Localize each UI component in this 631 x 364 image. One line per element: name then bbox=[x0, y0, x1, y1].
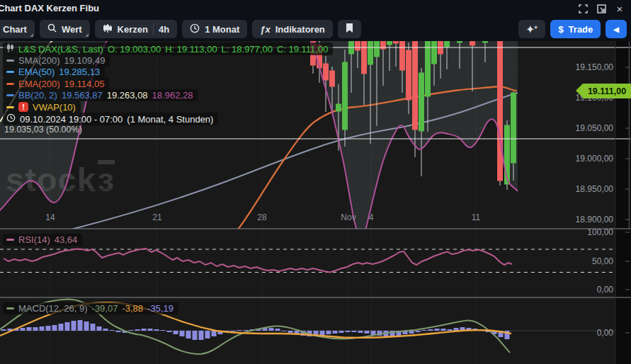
bb-middle-value: 19.263,08 bbox=[107, 90, 148, 101]
price-axis-label: 19.000,00 bbox=[576, 154, 613, 164]
legend-macd[interactable]: MACD(12, 26, 9) -39,07 -3,88 -35,19 bbox=[3, 302, 178, 314]
sparkles-icon: ✦+ bbox=[526, 24, 538, 35]
legend-sma200[interactable]: SMA(200) 19.109,49 bbox=[3, 55, 110, 67]
rsi-name: RSI(14) bbox=[18, 234, 50, 245]
time-axis-label: Nov bbox=[341, 212, 356, 222]
trade-label: Trade bbox=[569, 24, 593, 35]
search-icon bbox=[47, 23, 57, 35]
period-button[interactable]: 1 Monat bbox=[182, 20, 247, 38]
kerzen-timeframe-button[interactable]: Kerzen 4h bbox=[95, 20, 178, 38]
open-value: O: 19.003,00 bbox=[108, 44, 161, 55]
collapse-panel-button[interactable]: ◀ bbox=[606, 20, 627, 38]
macd-dash-icon bbox=[6, 307, 14, 309]
chevron-left-icon: ◀ bbox=[613, 25, 619, 33]
time-axis-label: 21 bbox=[152, 212, 161, 222]
rsi-value: 43,64 bbox=[55, 234, 78, 245]
rsi-axis-label: 50,00 bbox=[592, 256, 613, 266]
window-title: Chart DAX Kerzen Fibu bbox=[0, 3, 99, 13]
ema50-name: EMA(50) bbox=[18, 67, 55, 77]
ema200-value: 19.114,05 bbox=[64, 79, 105, 89]
ema200-dash-icon bbox=[6, 83, 14, 85]
period-label: 1 Monat bbox=[205, 24, 239, 35]
toolbar: Chart Wert Kerzen 4h 1 Monat ƒx Indikato… bbox=[0, 17, 631, 41]
legend-rsi[interactable]: RSI(14) 43,64 bbox=[3, 234, 82, 246]
current-price-badge: 19.111,00 bbox=[583, 84, 631, 98]
chart-type-button[interactable]: Chart bbox=[0, 20, 35, 38]
indicators-label: Indikatoren bbox=[275, 24, 325, 35]
bookmark-icon bbox=[346, 23, 353, 35]
trade-button[interactable]: $ Trade bbox=[550, 20, 601, 38]
rsi-axis-label: 0,00 bbox=[597, 285, 613, 295]
time-axis-label: 4 bbox=[369, 212, 374, 222]
date-range-detail: (1 Monat, 4 Stunden) bbox=[127, 114, 213, 125]
legend-instrument[interactable]: L&S DAX(L&S, Last) O: 19.003,00 H: 19.11… bbox=[3, 42, 333, 55]
indicators-button[interactable]: ƒx Indikatoren bbox=[252, 20, 333, 38]
magic-tools-button[interactable]: ✦+ bbox=[518, 20, 545, 38]
vwap-dash-icon bbox=[6, 106, 14, 108]
sma-dash-icon bbox=[6, 59, 14, 62]
vwap-name: VWAP(10) bbox=[33, 102, 76, 113]
candlestick-icon bbox=[103, 23, 113, 35]
dollar-icon: $ bbox=[558, 24, 563, 35]
ema200-name: EMA(200) bbox=[18, 79, 60, 89]
kerzen-label: Kerzen bbox=[118, 24, 148, 35]
popout-icon[interactable] bbox=[596, 3, 607, 14]
candle-series-icon bbox=[6, 43, 14, 55]
window-controls: × bbox=[577, 3, 625, 14]
legend-ema200[interactable]: EMA(200) 19.114,05 bbox=[3, 78, 109, 90]
fib-50-label: 19.035,03 (50.00%) bbox=[4, 125, 82, 135]
ema50-value: 19.285,13 bbox=[59, 67, 100, 77]
window-titlebar: Chart DAX Kerzen Fibu × bbox=[0, 0, 631, 17]
button-divider bbox=[153, 23, 154, 35]
low-value: L: 18.977,00 bbox=[222, 44, 273, 55]
bb-name: BB(20, 2) bbox=[18, 90, 57, 101]
time-axis-label: 11 bbox=[472, 212, 480, 222]
timeframe-label[interactable]: 4h bbox=[159, 24, 169, 35]
high-value: H: 19.113,00 bbox=[165, 44, 217, 55]
clock-icon bbox=[190, 23, 200, 35]
price-axis-label: 18.950,00 bbox=[576, 184, 613, 194]
ema50-dash-icon bbox=[6, 71, 14, 73]
macd-signal-value: -3,88 bbox=[122, 303, 143, 314]
fx-icon: ƒx bbox=[260, 24, 270, 35]
bb-dash-icon bbox=[6, 94, 14, 96]
price-axis-label: 18.900,00 bbox=[576, 215, 613, 224]
instrument-name: L&S DAX(L&S, Last) bbox=[18, 44, 103, 55]
macd-axis-label: 0,00 bbox=[597, 328, 613, 338]
legend-date-range[interactable]: 09.10.2024 19:00 - 07:00 (1 Monat, 4 Stu… bbox=[3, 113, 218, 125]
bookmark-button[interactable] bbox=[338, 20, 361, 38]
warning-icon: ! bbox=[18, 102, 28, 112]
bb-upper-value: 19.563,87 bbox=[62, 90, 103, 101]
sma-name: SMA(200) bbox=[18, 55, 60, 66]
time-axis-label: 14 bbox=[45, 212, 55, 222]
rsi-axis-label: 100,00 bbox=[587, 227, 613, 237]
macd-hist-value: -35,19 bbox=[147, 303, 174, 314]
legend-ema50[interactable]: EMA(50) 19.285,13 bbox=[3, 66, 105, 78]
chart-type-label: Chart bbox=[3, 24, 27, 35]
sma-value: 19.109,49 bbox=[64, 55, 106, 66]
price-axis-label: 19.050,00 bbox=[576, 123, 613, 133]
close-icon[interactable]: × bbox=[614, 3, 625, 14]
bb-lower-value: 18.962,28 bbox=[152, 90, 193, 101]
legend-bollinger[interactable]: BB(20, 2) 19.563,87 19.263,08 18.962,28 bbox=[3, 89, 198, 101]
date-range-value: 09.10.2024 19:00 - 07:00 bbox=[20, 114, 123, 125]
clock-icon bbox=[6, 113, 16, 125]
time-axis-label: 28 bbox=[257, 212, 266, 222]
macd-name: MACD(12, 26, 9) bbox=[18, 303, 88, 314]
price-axis-label: 19.150,00 bbox=[576, 62, 613, 72]
close-value: C: 19.111,00 bbox=[277, 44, 329, 55]
macd-line-value: -39,07 bbox=[92, 303, 118, 314]
fullscreen-icon[interactable] bbox=[577, 3, 589, 14]
wert-search-button[interactable]: Wert bbox=[40, 20, 90, 38]
rsi-dash-icon bbox=[6, 239, 14, 241]
legend-vwap[interactable]: ! VWAP(10) bbox=[3, 101, 81, 113]
wert-label: Wert bbox=[62, 24, 82, 35]
